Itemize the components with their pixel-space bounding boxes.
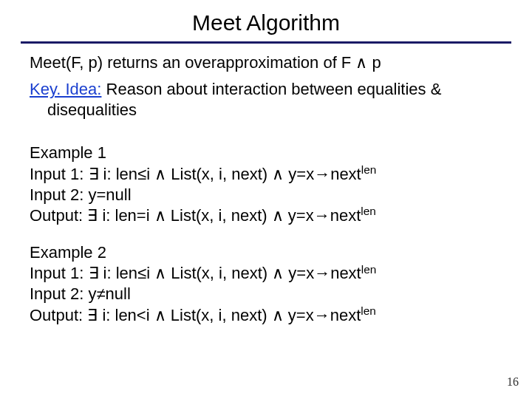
slide-title: Meet Algorithm [0,0,532,40]
title-rule [21,41,511,44]
example-2-heading: Example 2 [30,242,502,263]
key-idea-label: Key. Idea: [30,80,101,98]
example-2-input-1-text: Input 1: ∃ i: len≤i ∧ List(x, i, next) ∧… [30,264,361,282]
example-1-output-text: Output: ∃ i: len=i ∧ List(x, i, next) ∧ … [30,206,361,225]
spacer [30,126,502,143]
example-2-output: Output: ∃ i: len<i ∧ List(x, i, next) ∧ … [30,305,502,326]
example-1-output-sup: len [361,205,376,217]
example-2-input-2: Input 2: y≠null [30,284,502,304]
example-2: Example 2 Input 1: ∃ i: len≤i ∧ List(x, … [30,242,502,326]
slide-body: Meet(F, p) returns an overapproximation … [0,52,532,326]
example-2-input-1-sup: len [361,263,377,276]
example-1-input-1: Input 1: ∃ i: len≤i ∧ List(x, i, next) ∧… [30,164,502,185]
example-1-input-1-sup: len [361,163,377,176]
example-1-input-1-text: Input 1: ∃ i: len≤i ∧ List(x, i, next) ∧… [30,165,361,183]
example-2-output-sup: len [361,304,376,317]
key-idea-text: Reason about interaction between equalit… [47,80,441,119]
example-1-output: Output: ∃ i: len=i ∧ List(x, i, next) ∧ … [30,205,502,226]
example-1-heading: Example 1 [30,143,502,163]
meet-definition: Meet(F, p) returns an overapproximation … [30,52,502,73]
example-2-output-text: Output: ∃ i: len<i ∧ List(x, i, next) ∧ … [30,306,361,324]
slide: Meet Algorithm Meet(F, p) returns an ove… [0,0,532,399]
spacer [30,226,502,242]
example-1-input-2: Input 2: y=null [30,185,502,205]
page-number: 16 [507,375,519,389]
key-idea-line: Key. Idea: Reason about interaction betw… [30,79,502,120]
example-2-input-1: Input 1: ∃ i: len≤i ∧ List(x, i, next) ∧… [30,263,502,284]
example-1: Example 1 Input 1: ∃ i: len≤i ∧ List(x, … [30,143,502,226]
